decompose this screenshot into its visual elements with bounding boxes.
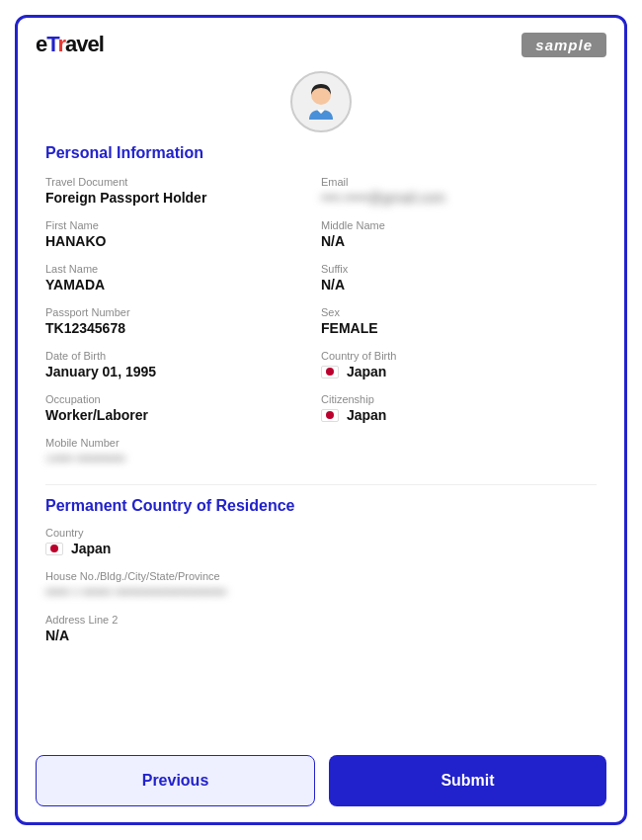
personal-fields-grid: Travel DocumentForeign Passport HolderEm…	[45, 176, 597, 480]
value-address-line-1: ••••• • •••••• •••••••••••••••••••••••	[45, 584, 587, 600]
label-middle-name: Middle Name	[321, 219, 587, 231]
label-date-of-birth: Date of Birth	[45, 350, 311, 362]
value-middle-name: N/A	[321, 233, 587, 249]
value-occupation: Worker/Laborer	[45, 407, 311, 423]
main-container: eTravel sample Personal Information Trav…	[15, 15, 627, 825]
value-first-name: HANAKO	[45, 233, 311, 249]
field-country-of-birth: Country of Birth Japan	[321, 350, 597, 379]
avatar-row	[18, 65, 624, 142]
avatar	[290, 71, 352, 132]
field-country: Country Japan	[45, 527, 321, 556]
field-middle-name: Middle NameN/A	[321, 219, 597, 249]
japan-flag-icon	[45, 543, 63, 555]
label-passport-number: Passport Number	[45, 306, 311, 318]
value-passport-number: TK12345678	[45, 320, 311, 336]
value-country: Japan	[45, 541, 311, 556]
sample-badge: sample	[522, 33, 606, 57]
personal-section-title: Personal Information	[45, 144, 597, 162]
label-address-line-2: Address Line 2	[45, 614, 587, 626]
label-occupation: Occupation	[45, 393, 311, 405]
label-address-line-1: House No./Bldg./City/State/Province	[45, 570, 587, 582]
logo: eTravel	[36, 32, 104, 57]
header: eTravel sample	[18, 18, 624, 65]
label-citizenship: Citizenship	[321, 393, 587, 405]
field-first-name: First NameHANAKO	[45, 219, 321, 249]
field-travel-document: Travel DocumentForeign Passport Holder	[45, 176, 321, 206]
value-mobile-number: +•••• ••••••••••	[45, 451, 587, 466]
footer: Previous Submit	[18, 743, 624, 822]
field-mobile-number: Mobile Number+•••• ••••••••••	[45, 437, 597, 466]
japan-flag-icon	[321, 409, 339, 422]
content-area: Personal Information Travel DocumentFore…	[18, 142, 624, 743]
previous-button[interactable]: Previous	[36, 755, 315, 806]
value-travel-document: Foreign Passport Holder	[45, 190, 311, 206]
residence-fields-grid: Country JapanHouse No./Bldg./City/State/…	[45, 527, 597, 657]
field-occupation: OccupationWorker/Laborer	[45, 393, 321, 423]
value-address-line-2: N/A	[45, 628, 587, 643]
field-passport-number: Passport NumberTK12345678	[45, 306, 321, 336]
submit-button[interactable]: Submit	[329, 755, 606, 806]
label-first-name: First Name	[45, 219, 311, 231]
value-date-of-birth: January 01, 1995	[45, 364, 311, 379]
label-travel-document: Travel Document	[45, 176, 311, 188]
field-address-line-2: Address Line 2N/A	[45, 614, 597, 643]
value-email: ••••.•••••@gmail.com	[321, 190, 587, 206]
label-mobile-number: Mobile Number	[45, 437, 587, 449]
residence-section-title: Permanent Country of Residence	[45, 497, 597, 515]
value-country-of-birth: Japan	[321, 364, 587, 379]
field-sex: SexFEMALE	[321, 306, 597, 336]
field-citizenship: Citizenship Japan	[321, 393, 597, 423]
label-email: Email	[321, 176, 587, 188]
japan-flag-icon	[321, 366, 339, 378]
field-suffix: SuffixN/A	[321, 263, 597, 293]
value-sex: FEMALE	[321, 320, 587, 336]
label-country: Country	[45, 527, 311, 539]
label-last-name: Last Name	[45, 263, 311, 275]
value-suffix: N/A	[321, 277, 587, 293]
field-last-name: Last NameYAMADA	[45, 263, 321, 293]
field-email: Email••••.•••••@gmail.com	[321, 176, 597, 206]
section-divider	[45, 484, 597, 485]
field-date-of-birth: Date of BirthJanuary 01, 1995	[45, 350, 321, 379]
label-sex: Sex	[321, 306, 587, 318]
value-citizenship: Japan	[321, 407, 587, 423]
label-suffix: Suffix	[321, 263, 587, 275]
field-address-line-1: House No./Bldg./City/State/Province•••••…	[45, 570, 597, 600]
value-last-name: YAMADA	[45, 277, 311, 293]
label-country-of-birth: Country of Birth	[321, 350, 587, 362]
